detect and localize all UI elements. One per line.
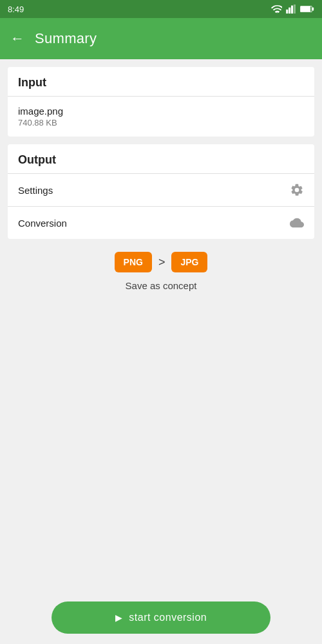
status-bar: 8:49 xyxy=(0,0,322,18)
svg-rect-4 xyxy=(294,5,296,14)
svg-rect-8 xyxy=(312,7,314,10)
file-info: image.png 740.88 KB xyxy=(8,97,314,137)
back-button[interactable]: ← xyxy=(10,30,24,47)
play-icon: ▶ xyxy=(115,612,123,623)
wifi-icon xyxy=(270,5,282,14)
file-size: 740.88 KB xyxy=(18,118,304,128)
signal-icon xyxy=(286,5,296,14)
from-format-badge: PNG xyxy=(115,252,152,272)
output-card-title: Output xyxy=(18,153,56,166)
svg-rect-7 xyxy=(301,6,310,12)
svg-rect-1 xyxy=(286,10,288,14)
conversion-badges: PNG > JPG xyxy=(115,252,208,272)
output-card: Output Settings Conversion xyxy=(8,144,314,239)
save-concept-label[interactable]: Save as concept xyxy=(126,280,197,291)
start-conversion-button[interactable]: ▶ start conversion xyxy=(52,601,270,634)
input-card-header: Input xyxy=(8,67,314,97)
cloud-icon xyxy=(290,216,304,230)
file-name: image.png xyxy=(18,106,304,117)
conversion-section: PNG > JPG Save as concept xyxy=(8,247,314,296)
input-card: Input image.png 740.88 KB xyxy=(8,67,314,137)
start-button-label: start conversion xyxy=(129,612,207,623)
app-title: Summary xyxy=(35,30,97,47)
status-time: 8:49 xyxy=(8,5,24,14)
svg-rect-2 xyxy=(289,8,290,14)
svg-rect-3 xyxy=(291,6,293,14)
settings-label: Settings xyxy=(18,185,53,196)
output-card-header: Output xyxy=(8,144,314,174)
main-content: Input image.png 740.88 KB Output Setting… xyxy=(0,59,322,591)
input-card-title: Input xyxy=(18,76,46,89)
gear-icon xyxy=(290,183,304,197)
conversion-row[interactable]: Conversion xyxy=(8,207,314,239)
conversion-label: Conversion xyxy=(18,218,67,229)
bottom-area: ▶ start conversion xyxy=(0,591,322,644)
battery-icon xyxy=(300,5,314,13)
app-bar: ← Summary xyxy=(0,18,322,59)
to-format-badge: JPG xyxy=(171,252,207,272)
settings-row[interactable]: Settings xyxy=(8,174,314,207)
status-icons xyxy=(270,5,314,14)
conversion-arrow: > xyxy=(158,256,166,269)
